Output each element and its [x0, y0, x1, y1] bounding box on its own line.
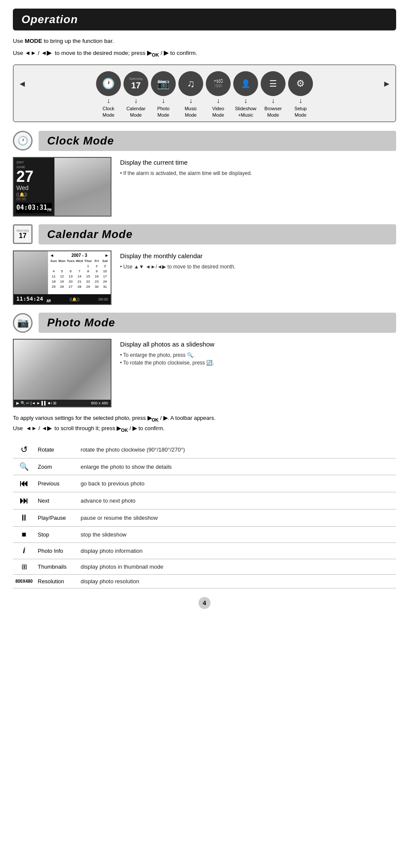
playpause-icon: ⏸ — [13, 509, 35, 527]
cal-cell: 30 — [93, 284, 100, 289]
calendar-photo-bg — [14, 251, 48, 294]
cal-cell: 18 — [50, 279, 57, 284]
photo-section-icon: 📷 — [13, 313, 33, 333]
cal-prev-arrow[interactable]: ◄ — [50, 253, 54, 258]
cal-cell: 9 — [93, 269, 100, 274]
page-title: Operation — [21, 13, 388, 26]
rotate-label: Rotate — [35, 441, 78, 458]
stop-desc: stop the slideshow — [78, 527, 396, 543]
photo-display-box: ▶ 🔍 ↩ |◄ ► ▌▌ ■ i ⊞ 800 x 480 — [13, 339, 111, 407]
clock-display-box: 2007 JUNE 27 Wed ((🔔)) 05:00 04:03:31PM — [13, 157, 111, 217]
setup-arrow-down: ↓ — [299, 97, 302, 105]
cal-cell — [58, 264, 66, 268]
fb-icon-setup[interactable]: ⚙ ↓ SetupMode — [288, 71, 313, 118]
control-rotate: ↺ Rotate rotate the photo clockwise (90°… — [13, 441, 396, 458]
clock-alarm-time: 05:00 — [16, 197, 52, 201]
calendar-grid-panel: ◄ 2007 - 3 ► Sun Mon Tues Wed Thur Fri S… — [48, 251, 111, 294]
cal-cell — [75, 264, 84, 268]
setup-label: SetupMode — [295, 105, 307, 118]
control-thumbnails: ⊞ Thumbnails display photos in thumbnail… — [13, 559, 396, 575]
photo-mode-description: Display all photos as a slideshow To enl… — [120, 339, 396, 367]
next-desc: advance to next photo — [78, 492, 396, 509]
cal-cell: 23 — [93, 279, 100, 284]
music-label: MusicMode — [185, 105, 197, 118]
previous-icon: ⏮ — [13, 475, 35, 492]
cal-sun-hdr: Sun — [50, 259, 57, 263]
cal-month-year: 2007 - 3 — [72, 253, 87, 258]
photo-toolbar: ▶ 🔍 ↩ |◄ ► ▌▌ ■ i ⊞ 800 x 480 — [14, 400, 111, 407]
resolution-label: Resolution — [35, 575, 78, 588]
calendar-sub-desc: Use ▲▼ ◄►/◄▶ to move to the desired mont… — [120, 263, 396, 271]
playpause-label: Play/Pause — [35, 509, 78, 527]
photo-toolbar-icons: ▶ 🔍 ↩ |◄ ► ▌▌ ■ i ⊞ — [16, 401, 57, 405]
calendar-display-box: ◄ 2007 - 3 ► Sun Mon Tues Wed Thur Fri S… — [13, 250, 111, 305]
cal-cell: 14 — [75, 274, 84, 279]
clock-main-desc: Display the current time — [120, 159, 396, 166]
calendar-mode-title: Calendar Mode — [47, 228, 388, 241]
cal-sat-hdr: Sat — [101, 259, 109, 263]
rotate-desc: rotate the photo clockwise (90°/180°/270… — [78, 441, 396, 458]
photo-sub-note2: To rotate the photo clockwise, press 🔄. — [120, 359, 396, 367]
resolution-desc: display photo resolution — [78, 575, 396, 588]
fb-icon-photo[interactable]: 📷 ↓ PhotoMode — [151, 71, 176, 118]
clock-mode-title-bg: Clock Mode — [39, 131, 396, 151]
clock-photo-bg — [54, 158, 111, 216]
control-resolution: 800X480 Resolution display photo resolut… — [13, 575, 396, 588]
cal-cell: 13 — [66, 274, 75, 279]
fb-left-arrow[interactable]: ◄ — [18, 71, 27, 89]
zoom-label: Zoom — [35, 458, 78, 475]
fb-icon-slideshow[interactable]: 👤 ↓ Slideshow+Music — [233, 71, 258, 118]
photo-resolution: 800 x 480 — [91, 401, 108, 405]
video-label: VideoMode — [212, 105, 224, 118]
photo-main-desc: Display all photos as a slideshow — [120, 341, 396, 348]
cal-alarm-time: 08:00 — [98, 297, 108, 301]
thumbnails-label: Thumbnails — [35, 559, 78, 575]
calendar-header: ◄ 2007 - 3 ► — [50, 253, 109, 258]
cal-cell: 12 — [58, 274, 66, 279]
clock-mode-description: Display the current time If the alarm is… — [120, 157, 396, 177]
fb-icon-music[interactable]: ♫ ↓ MusicMode — [178, 71, 203, 118]
calendar-mode-section-header: Saterday 17 Calendar Mode — [13, 224, 396, 244]
photo-label: PhotoMode — [157, 105, 170, 118]
controls-table: ↺ Rotate rotate the photo clockwise (90°… — [13, 441, 396, 588]
camera-icon: 📷 — [151, 71, 176, 96]
fb-right-arrow[interactable]: ► — [382, 71, 391, 89]
clock-label: ClockMode — [102, 105, 114, 118]
setup-icon: ⚙ — [288, 71, 313, 96]
control-zoom: 🔍 Zoom enlarge the photo to show the det… — [13, 458, 396, 475]
cal-cell: 19 — [58, 279, 66, 284]
control-stop: ■ Stop stop the slideshow — [13, 527, 396, 543]
fb-icon-browser[interactable]: ☰ ↓ BrowserMode — [261, 71, 286, 118]
photo-mode-title-bg: Photo Mode — [39, 313, 396, 333]
cal-cell — [66, 264, 75, 268]
video-arrow-down: ↓ — [217, 97, 220, 105]
cal-cell: 1 — [84, 264, 93, 268]
previous-desc: go back to previous photo — [78, 475, 396, 492]
cal-cell: 6 — [66, 269, 75, 274]
next-icon: ⏭ — [13, 492, 35, 509]
photo-image-bg — [14, 340, 111, 400]
intro-line1: Use MODE to bring up the function bar. — [13, 36, 396, 46]
stop-icon: ■ — [13, 527, 35, 543]
fb-icon-calendar[interactable]: Saterday 17 ↓ CalendarMode — [123, 71, 148, 118]
fb-icon-clock[interactable]: 🕐 ↓ ClockMode — [96, 71, 121, 118]
clock-sub-desc: If the alarm is activated, the alarm tim… — [120, 169, 396, 177]
clock-alarm-icon: ((🔔)) — [16, 192, 52, 197]
browser-icon: ☰ — [261, 71, 286, 96]
previous-label: Previous — [35, 475, 78, 492]
clock-year: 2007 — [16, 160, 52, 164]
cal-cell: 3 — [101, 264, 109, 268]
cal-next-arrow[interactable]: ► — [105, 253, 109, 258]
cal-cell: 5 — [58, 269, 66, 274]
control-playpause: ⏸ Play/Pause pause or resume the slidesh… — [13, 509, 396, 527]
cal-cell: 10 — [101, 269, 109, 274]
cal-cell: 22 — [84, 279, 93, 284]
photo-sub-note1: To enlarge the photo, press 🔍. — [120, 351, 396, 359]
fb-icon-video[interactable]: 🎬 ↓ VideoMode — [206, 71, 231, 118]
resolution-value: 800X480 — [13, 575, 35, 588]
cal-cell: 7 — [75, 269, 84, 274]
cal-cell: 21 — [75, 279, 84, 284]
apply-settings-text: To apply various settings for the select… — [13, 413, 396, 434]
clock-arrow-down: ↓ — [107, 97, 110, 105]
cal-time: 11:54:24 AM — [16, 295, 51, 303]
